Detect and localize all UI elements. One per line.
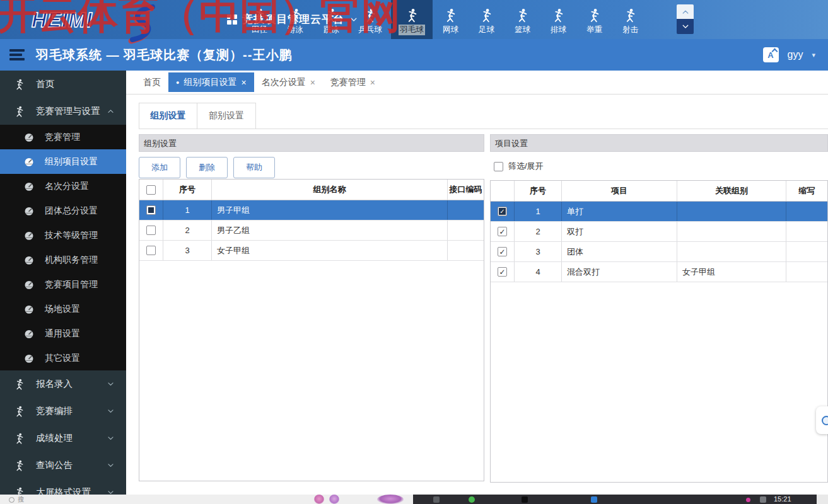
row-checkbox[interactable] xyxy=(146,246,156,255)
gauge-icon xyxy=(23,353,35,364)
sidebar-item-other-settings[interactable]: 其它设置 xyxy=(0,346,126,370)
menu-toggle-button[interactable] xyxy=(9,49,25,60)
table-row[interactable]: 3 团体 xyxy=(491,242,827,262)
player-icon xyxy=(13,486,26,495)
sport-volleyball[interactable]: 排球 xyxy=(540,0,576,39)
row-checkbox[interactable] xyxy=(146,205,156,215)
tray-icon[interactable] xyxy=(760,496,766,503)
sidebar-item-bigscreen-format-settings[interactable]: 大屏格式设置 xyxy=(0,479,126,495)
scroll-down-button[interactable] xyxy=(677,19,694,34)
player-icon xyxy=(13,78,26,91)
sport-weightlifting[interactable]: 举重 xyxy=(576,0,612,39)
table-row[interactable]: 1 单打 xyxy=(491,202,827,222)
taskbar-dark-area: 15:21 xyxy=(413,495,828,504)
row-checkbox[interactable] xyxy=(498,227,507,236)
close-icon[interactable]: × xyxy=(310,77,315,88)
sport-badminton[interactable]: 羽毛球 xyxy=(391,0,433,39)
taskbar-app-icon[interactable] xyxy=(591,496,597,503)
apps-grid-icon xyxy=(227,14,237,25)
sidebar-submenu: 竞赛管理 组别项目设置 名次分设置 团体总分设置 技术等级管理 机构职务管理 xyxy=(0,125,126,370)
table-header-row: 序号 项目 关联组别 缩写 xyxy=(491,181,827,202)
tab-home[interactable]: 首页 xyxy=(136,72,168,92)
sidebar-item-org-position-management[interactable]: 机构职务管理 xyxy=(0,248,126,272)
show-desktop-button[interactable] xyxy=(817,495,828,504)
sidebar-item-registration-entry[interactable]: 报名录入 xyxy=(0,370,126,398)
panels: 组别设置 添加 删除 帮助 序号 组别名称 接口编码 1 xyxy=(126,129,828,495)
sidebar-item-tech-level-management[interactable]: 技术等级管理 xyxy=(0,223,126,248)
event-settings-panel: 项目设置 筛选/展开 序号 项目 关联组别 缩写 1 xyxy=(490,134,828,483)
sport-tennis[interactable]: 网球 xyxy=(433,0,469,39)
taskbar-light-area: 搜 xyxy=(0,495,413,504)
clock: 15:21 xyxy=(774,495,791,503)
taskbar-app-icon[interactable] xyxy=(522,496,528,503)
panel-title: 项目设置 xyxy=(490,134,828,152)
taskbar: 搜 15:21 xyxy=(0,495,828,504)
gauge-icon xyxy=(23,255,35,266)
tab-group-event-settings[interactable]: ● 组别项目设置 × xyxy=(168,72,254,92)
wallpaper-flower xyxy=(314,495,324,504)
tab-rank-score-settings[interactable]: 名次分设置 × xyxy=(254,72,323,92)
gauge-icon xyxy=(23,279,35,290)
sport-basketball[interactable]: 篮球 xyxy=(504,0,540,39)
taskbar-app-icon[interactable] xyxy=(469,496,475,503)
panel-title: 组别设置 xyxy=(139,134,484,152)
badminton-icon xyxy=(404,8,420,23)
scroll-up-button[interactable] xyxy=(677,4,694,19)
sports-nav-bar: HEIMI 竞技项目管理云平台 田径 游泳 蹼泳 乒乓球 xyxy=(0,0,828,39)
row-checkbox[interactable] xyxy=(498,207,507,216)
filter-checkbox[interactable] xyxy=(494,162,503,171)
subtab-group-settings[interactable]: 组别设置 xyxy=(139,103,197,129)
player-icon xyxy=(13,432,26,445)
player-icon xyxy=(13,378,26,391)
sidebar-item-score-processing[interactable]: 成绩处理 xyxy=(0,425,126,452)
select-all-checkbox[interactable] xyxy=(146,185,156,195)
tray-icon[interactable] xyxy=(746,498,750,502)
row-checkbox[interactable] xyxy=(146,226,156,235)
taskbar-search[interactable]: 搜 xyxy=(9,495,24,504)
caret-down-icon[interactable]: ▾ xyxy=(812,51,815,59)
table-row[interactable]: 2 男子乙组 xyxy=(139,220,484,241)
close-icon[interactable]: × xyxy=(241,77,246,88)
sidebar-item-venue-settings[interactable]: 场地设置 xyxy=(0,297,126,321)
sidebar: 首页 竞赛管理与设置 竞赛管理 组别项目设置 名次分设置 团体总分设置 xyxy=(0,71,126,495)
sidebar-item-competition-management-settings[interactable]: 竞赛管理与设置 xyxy=(0,98,126,125)
row-checkbox[interactable] xyxy=(498,247,507,256)
delete-button[interactable]: 删除 xyxy=(186,157,228,178)
gauge-icon xyxy=(23,205,35,217)
table-row[interactable]: 4 混合双打 女子甲组 xyxy=(491,262,827,282)
table-row[interactable]: 3 女子甲组 xyxy=(139,241,484,261)
weightlifting-icon xyxy=(586,8,602,23)
sidebar-item-group-event-settings[interactable]: 组别项目设置 xyxy=(0,149,126,174)
sidebar-item-rank-score-settings[interactable]: 名次分设置 xyxy=(0,174,126,198)
floating-help-widget[interactable] xyxy=(816,406,828,434)
wallpaper-flower xyxy=(329,495,339,504)
sidebar-item-home[interactable]: 首页 xyxy=(0,71,126,98)
search-icon xyxy=(9,497,15,503)
chevron-down-icon xyxy=(681,22,690,31)
add-button[interactable]: 添加 xyxy=(139,157,180,178)
tab-competition-management[interactable]: 竞赛管理 × xyxy=(323,72,383,92)
sidebar-item-competition-scheduling[interactable]: 竞赛编排 xyxy=(0,398,126,425)
sidebar-item-team-total-settings[interactable]: 团体总分设置 xyxy=(0,198,126,223)
help-button[interactable]: 帮助 xyxy=(233,157,275,178)
sidebar-item-competition-event-management[interactable]: 竞赛项目管理 xyxy=(0,272,126,297)
table-header-row: 序号 组别名称 接口编码 xyxy=(139,180,484,200)
sidebar-item-query-announcement[interactable]: 查询公告 xyxy=(0,452,126,479)
language-icon[interactable]: A xyxy=(763,47,779,62)
sidebar-item-competition-management[interactable]: 竞赛管理 xyxy=(0,125,126,149)
sport-shooting[interactable]: 射击 xyxy=(612,0,648,39)
tennis-icon xyxy=(443,8,458,23)
sidebar-item-general-settings[interactable]: 通用设置 xyxy=(0,321,126,346)
subtab-department-settings[interactable]: 部别设置 xyxy=(197,103,256,129)
sport-football[interactable]: 足球 xyxy=(469,0,504,39)
gauge-icon xyxy=(23,156,35,168)
row-checkbox[interactable] xyxy=(498,267,507,277)
table-row[interactable]: 2 双打 xyxy=(491,222,827,242)
chevron-up-icon xyxy=(107,107,115,115)
user-menu[interactable]: gyy xyxy=(788,49,803,60)
table-row[interactable]: 1 男子甲组 xyxy=(139,200,484,220)
taskbar-app-icon[interactable] xyxy=(433,496,440,503)
help-icon xyxy=(822,416,828,425)
platform-switcher[interactable]: 竞技项目管理云平台 xyxy=(227,12,358,26)
close-icon[interactable]: × xyxy=(370,77,375,88)
